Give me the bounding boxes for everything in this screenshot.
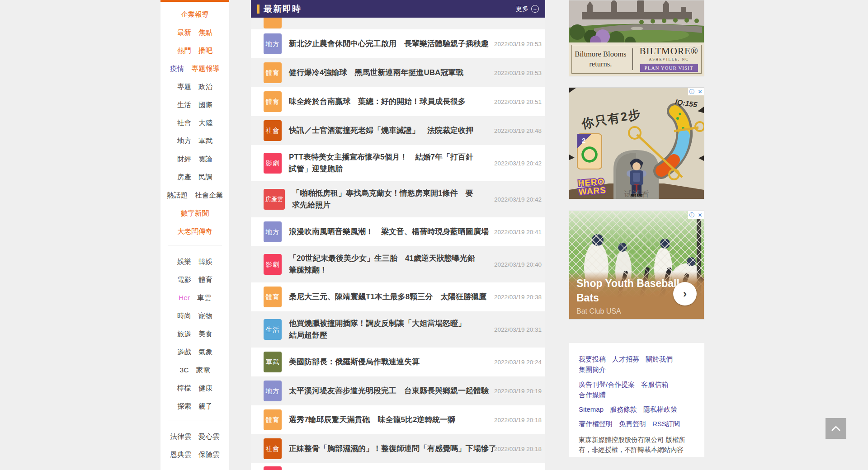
sidebar-item[interactable]: 財經 [177,155,191,164]
footer-link[interactable]: 關於我們 [646,354,673,364]
news-row[interactable]: 房產雲「啪啪抵房租」專找烏克蘭女！情慾房東開1條件 要求先給照片2022/03/… [251,181,545,217]
sidebar-item[interactable]: 疫情 [170,64,184,73]
category-badge[interactable]: 社會 [264,120,282,141]
sidebar-item[interactable]: Her [179,293,190,302]
sidebar-item[interactable]: 探索 [177,402,191,411]
sidebar-item[interactable]: 社會 [177,118,191,127]
sidebar-item[interactable]: 韓娛 [198,257,212,266]
news-row[interactable]: 體育選秀7輪邱辰驚天滿貫砲 味全龍5比2逆轉統一獅2022/03/19 20:1… [251,405,545,434]
sidebar-item[interactable]: 恩典雲 [170,450,192,459]
news-title[interactable]: 浪漫吹南風晒音樂風潮！ 梁文音、楊蒨時現身藍晒圖廣場 [289,226,489,238]
sidebar-item[interactable]: 健康 [198,384,212,393]
sidebar-item[interactable]: 最新 [177,28,191,37]
sidebar-item[interactable]: 專題報導 [192,64,220,73]
news-title[interactable]: 正妹整骨「胸部濕濕的」！整復師連問「有感覺嗎」下場慘了 [289,443,496,455]
sidebar-item[interactable]: 大陸 [198,118,212,127]
sidebar-item[interactable]: 保險雲 [198,450,220,459]
sidebar-item[interactable]: 生活 [177,100,191,109]
adchoices-icon[interactable]: ⓘ [688,211,696,219]
sidebar-item[interactable]: 熱話題 [167,191,188,200]
news-row[interactable]: 體育健行爆冷4強輸球 黑馬世新連兩年挺進UBA冠軍戰2022/03/19 20:… [251,58,545,87]
sidebar-item[interactable]: 社會企業 [195,191,223,200]
more-link[interactable]: 更多 → [516,5,539,13]
news-row[interactable]: 影劇PTT表特美女主播宣布懷孕5個月！ 結婚7年「打百針試管」迎雙胞胎2022/… [251,145,545,181]
news-title[interactable]: 「啪啪抵房租」專找烏克蘭女！情慾房東開1條件 要求先給照片 [292,188,477,212]
news-row[interactable]: 社會快訊／士官酒駕撞死老婦「燒車滅證」 法院裁定收押2022/03/19 20:… [251,116,545,145]
category-badge[interactable]: 生活 [264,319,282,340]
news-title[interactable]: 健行爆冷4強輸球 黑馬世新連兩年挺進UBA冠軍戰 [289,67,463,79]
sidebar-item[interactable]: 軍武 [198,136,212,146]
sidebar-item[interactable]: 時尚 [177,311,191,320]
ad-close-icon[interactable]: ✕ [696,88,704,95]
category-badge[interactable]: 影劇 [264,153,282,174]
category-badge[interactable]: 體育 [264,91,282,112]
sidebar-item[interactable]: 氣象 [198,348,212,357]
category-badge[interactable]: 房產雲 [264,189,285,210]
news-title[interactable]: 選秀7輪邱辰驚天滿貫砲 味全龍5比2逆轉統一獅 [289,414,455,426]
adchoices-icon[interactable]: ⓘ [688,88,696,95]
news-title[interactable]: 桑尼大三元、陳靖寰飆T1本土最多8顆三分 太陽狂勝獵鷹 [289,291,486,303]
news-title[interactable]: 「20世紀末最後美少女」生三胎 41歲逆天狀態曝光鉛筆腿辣翻！ [289,253,477,277]
sidebar-item[interactable]: 車雲 [197,293,211,302]
news-row[interactable]: 地方太平溪河堤友善步道光明段完工 台東縣長與鄉親一起體驗2022/03/19 2… [251,376,545,405]
hero-wars-cta[interactable]: 试试看 [624,190,650,198]
sidebar-item[interactable]: 檸檬 [177,384,191,393]
sidebar-item[interactable]: 3C [180,366,189,375]
sidebar-item[interactable]: 播吧 [198,46,212,55]
sidebar-item[interactable]: 大老闆傳奇 [177,227,212,236]
news-row[interactable]: 社會正妹整骨「胸部濕濕的」！整復師連問「有感覺嗎」下場慘了2022/03/19 … [251,434,545,463]
category-badge[interactable]: 體育 [264,409,282,430]
footer-link[interactable]: 服務條款 [610,404,637,414]
news-title[interactable]: 快訊／士官酒駕撞死老婦「燒車滅證」 法院裁定收押 [289,125,473,136]
sidebar-item[interactable]: 民調 [198,173,212,182]
sidebar-item[interactable]: 地方 [177,136,191,146]
sidebar-item[interactable]: 房產 [177,173,191,182]
sidebar-item[interactable]: 電影 [177,275,191,284]
category-badge[interactable]: 地方 [264,33,282,54]
sidebar-item[interactable]: 雲論 [198,155,212,164]
ad-bat-club[interactable]: Shop Youth Baseball Bats Bat Club USA › … [569,211,704,320]
scroll-to-top-button[interactable] [826,418,846,439]
news-row[interactable]: 地方新北汐止農會休閒中心完工啟用 長輩樂活體驗親子插秧趣2022/03/19 2… [251,29,545,58]
category-badge[interactable]: 影劇 [264,254,282,275]
news-title[interactable]: 他買燒臘被撞開插隊！調皮反制讓「大姐當場怒瞪」 結局超舒壓 [289,318,477,342]
footer-link[interactable]: 免責聲明 [619,418,646,429]
news-row[interactable]: 體育味全終於台南贏球 葉總：好的開始！球員成長很多2022/03/19 20:5… [251,87,545,116]
footer-link[interactable]: 人才招募 [612,354,639,364]
sidebar-item[interactable]: 體育 [198,275,212,284]
sidebar-item[interactable]: 專題 [177,82,191,91]
footer-link[interactable]: 隱私權政策 [643,404,677,414]
ad-biltmore[interactable]: Biltmore Blooms returns. BILTMORE® ASHEV… [569,0,704,76]
sidebar-item[interactable]: 愛心雲 [198,432,220,441]
sidebar-item[interactable]: 數字新聞 [181,209,209,218]
footer-link[interactable]: 客服信箱 [641,379,668,390]
footer-link[interactable]: 著作權聲明 [579,418,613,429]
footer-link[interactable]: 廣告刊登/合作提案 [579,379,635,390]
news-row[interactable]: 影劇「20世紀末最後美少女」生三胎 41歲逆天狀態曝光鉛筆腿辣翻！2022/03… [251,246,545,282]
news-row[interactable]: 體育桑尼大三元、陳靖寰飆T1本土最多8顆三分 太陽狂勝獵鷹2022/03/19 … [251,282,545,311]
plan-your-visit-button[interactable]: PLAN YOUR VISIT [640,64,698,72]
ad-arrow-button[interactable]: › [673,282,697,306]
sidebar-item[interactable]: 熱門 [177,46,191,55]
footer-link[interactable]: 集團簡介 [579,364,606,375]
sidebar-item[interactable]: 焦點 [198,28,212,37]
category-badge[interactable]: 地方 [264,381,282,401]
footer-link[interactable]: Sitemap [579,404,604,414]
news-row[interactable]: 地方浪漫吹南風晒音樂風潮！ 梁文音、楊蒨時現身藍晒圖廣場2022/03/19 2… [251,217,545,246]
sidebar-item[interactable]: 美食 [198,329,212,338]
sidebar-item[interactable]: 法律雲 [170,432,192,441]
news-title[interactable]: 太平溪河堤友善步道光明段完工 台東縣長與鄉親一起體驗 [289,385,489,397]
news-title[interactable]: 味全終於台南贏球 葉總：好的開始！球員成長很多 [289,96,466,108]
footer-link[interactable]: RSS訂閱 [652,418,680,429]
news-row[interactable]: 軍武美國防部長：俄羅斯侵烏作戰連連失算2022/03/19 20:24 [251,348,545,376]
news-row[interactable]: 生活他買燒臘被撞開插隊！調皮反制讓「大姐當場怒瞪」 結局超舒壓2022/03/1… [251,311,545,348]
sidebar-item[interactable]: 娛樂 [177,257,191,266]
category-badge[interactable]: 地方 [264,221,282,242]
category-badge[interactable]: 體育 [264,62,282,83]
ad-close-icon[interactable]: ✕ [696,211,704,219]
news-title[interactable]: 新北汐止農會休閒中心完工啟用 長輩樂活體驗親子插秧趣 [289,38,489,50]
sidebar-item[interactable]: 企業報導 [181,10,209,19]
ad-hero-wars[interactable]: ⓘ ✕ [569,87,704,199]
sidebar-item[interactable]: 旅遊 [177,329,191,338]
footer-link[interactable]: 合作媒體 [579,390,606,400]
